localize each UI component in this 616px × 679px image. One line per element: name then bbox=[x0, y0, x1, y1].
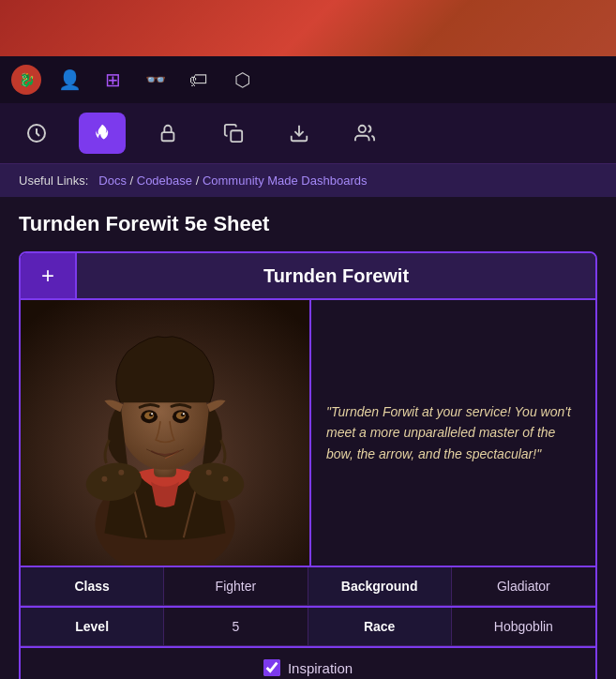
character-portrait bbox=[21, 300, 311, 566]
tag-icon[interactable]: 🏷 bbox=[184, 65, 214, 95]
svg-point-22 bbox=[223, 476, 229, 482]
quote-text: "Turnden Forwit at your service! You won… bbox=[326, 401, 580, 464]
glasses-icon[interactable]: 👓 bbox=[141, 65, 171, 95]
character-card: + Turnden Forewit bbox=[19, 251, 597, 679]
dice-icon[interactable]: ⬡ bbox=[227, 65, 257, 95]
codebase-link[interactable]: Codebase bbox=[137, 174, 192, 188]
inspiration-label: Inspiration bbox=[288, 660, 353, 676]
tab-download[interactable] bbox=[276, 113, 323, 154]
race-label: Race bbox=[308, 608, 452, 646]
brand-icon[interactable]: 🐉 bbox=[11, 65, 41, 95]
grid-icon[interactable]: ⊞ bbox=[98, 65, 128, 95]
character-quote: "Turnden Forwit at your service! You won… bbox=[311, 300, 595, 566]
info-grid-row1: Class Fighter Background Gladiator bbox=[21, 566, 595, 606]
community-dashboards-link[interactable]: Community Made Dashboards bbox=[203, 174, 368, 188]
inspiration-row: Inspiration bbox=[21, 646, 595, 679]
info-grid-row2: Level 5 Race Hobgoblin bbox=[21, 606, 595, 646]
links-label: Useful Links: bbox=[19, 174, 88, 188]
svg-rect-2 bbox=[231, 130, 242, 142]
svg-point-19 bbox=[101, 476, 107, 482]
tab-lock[interactable] bbox=[144, 113, 191, 154]
portrait-svg bbox=[21, 300, 309, 566]
main-content: Turnden Forewit 5e Sheet + Turnden Forew… bbox=[0, 197, 616, 679]
tabs-bar bbox=[0, 103, 616, 164]
inspiration-checkbox[interactable] bbox=[263, 659, 280, 676]
tab-users[interactable] bbox=[341, 113, 388, 154]
class-value: Fighter bbox=[164, 567, 308, 606]
tab-copy[interactable] bbox=[210, 113, 257, 154]
svg-point-21 bbox=[206, 470, 212, 475]
add-character-button[interactable]: + bbox=[21, 253, 77, 298]
user-icon[interactable]: 👤 bbox=[54, 65, 84, 95]
svg-point-16 bbox=[183, 413, 185, 415]
svg-point-20 bbox=[118, 470, 124, 475]
level-value: 5 bbox=[164, 608, 308, 646]
links-bar: Useful Links: Docs / Codebase / Communit… bbox=[0, 164, 616, 197]
level-label: Level bbox=[21, 608, 164, 646]
tab-flame[interactable] bbox=[79, 113, 126, 154]
character-name: Turnden Forewit bbox=[77, 253, 595, 298]
top-background bbox=[0, 0, 616, 56]
background-label: Background bbox=[308, 567, 452, 606]
sheet-title: Turnden Forewit 5e Sheet bbox=[19, 212, 597, 236]
card-header: + Turnden Forewit bbox=[21, 253, 595, 300]
class-label: Class bbox=[21, 567, 164, 606]
background-value: Gladiator bbox=[452, 567, 595, 606]
race-value: Hobgoblin bbox=[452, 608, 595, 646]
svg-rect-1 bbox=[162, 132, 174, 141]
tab-clock[interactable] bbox=[13, 113, 60, 154]
svg-point-15 bbox=[151, 413, 153, 415]
top-nav: 🐉 👤 ⊞ 👓 🏷 ⬡ bbox=[0, 56, 616, 103]
docs-link[interactable]: Docs bbox=[98, 174, 127, 188]
card-body: "Turnden Forwit at your service! You won… bbox=[21, 300, 595, 566]
svg-point-4 bbox=[359, 126, 366, 132]
